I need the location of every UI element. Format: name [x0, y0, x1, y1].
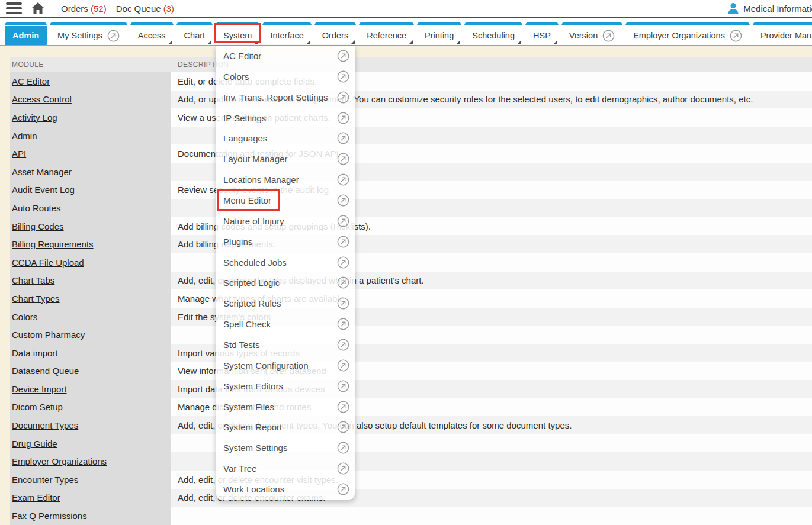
- module-cell: AC Editor: [10, 72, 171, 91]
- open-in-new-window-icon[interactable]: [337, 50, 349, 62]
- tab-system[interactable]: SystemAC EditorColorsInv. Trans. Report …: [216, 22, 259, 45]
- module-link-employer-organizations[interactable]: Employer Organizations: [12, 456, 107, 466]
- module-link-audit-event-log[interactable]: Audit Event Log: [12, 185, 75, 195]
- menu-item-var-tree[interactable]: Var Tree: [216, 458, 355, 479]
- module-link-exam-editor[interactable]: Exam Editor: [12, 492, 60, 503]
- module-link-chart-types[interactable]: Chart Types: [12, 294, 60, 304]
- external-link-icon[interactable]: [107, 30, 120, 42]
- module-link-access-control[interactable]: Access Control: [12, 94, 72, 104]
- tab-employer-organizations[interactable]: Employer Organizations: [625, 22, 750, 45]
- open-in-new-window-icon[interactable]: [337, 194, 349, 207]
- menu-item-colors[interactable]: Colors: [216, 66, 355, 87]
- tab-orders[interactable]: Orders: [314, 22, 356, 45]
- module-link-billing-requirements[interactable]: Billing Requirements: [12, 239, 94, 249]
- open-in-new-window-icon[interactable]: [337, 70, 349, 83]
- menu-item-ip-settings[interactable]: IP Settings: [216, 108, 355, 128]
- module-link-fax-q-permissions[interactable]: Fax Q Permissions: [12, 511, 87, 521]
- tab-reference[interactable]: Reference: [359, 22, 414, 45]
- orders-link[interactable]: Orders (52): [61, 4, 107, 14]
- open-in-new-window-icon[interactable]: [337, 215, 349, 227]
- system-dropdown-menu: AC EditorColorsInv. Trans. Report Settin…: [216, 46, 355, 500]
- tab-top-stripe: [50, 22, 127, 26]
- menu-item-spell-check[interactable]: Spell Check: [216, 314, 355, 334]
- open-in-new-window-icon[interactable]: [337, 401, 349, 413]
- module-cell: Auto Routes: [10, 199, 171, 217]
- open-in-new-window-icon[interactable]: [337, 339, 349, 351]
- open-in-new-window-icon[interactable]: [337, 483, 349, 495]
- menu-item-layout-manager[interactable]: Layout Manager: [216, 149, 355, 169]
- menu-item-scripted-rules[interactable]: Scripted Rules: [216, 293, 355, 314]
- user-menu[interactable]: Medical Informatic: [727, 0, 812, 17]
- home-button[interactable]: [31, 2, 45, 15]
- module-link-encounter-types[interactable]: Encounter Types: [12, 475, 78, 485]
- menu-item-std-tests[interactable]: Std Tests: [216, 334, 355, 355]
- open-in-new-window-icon[interactable]: [337, 173, 349, 186]
- open-in-new-window-icon[interactable]: [337, 153, 349, 165]
- hamburger-menu-icon[interactable]: [6, 2, 22, 14]
- open-in-new-window-icon[interactable]: [337, 380, 349, 392]
- tab-access[interactable]: Access: [130, 22, 174, 45]
- menu-item-system-editors[interactable]: System Editors: [216, 376, 355, 397]
- doc-queue-link[interactable]: Doc Queue (3): [116, 4, 174, 14]
- module-link-chart-tabs[interactable]: Chart Tabs: [12, 275, 54, 285]
- tab-my-settings[interactable]: My Settings: [50, 22, 127, 45]
- open-in-new-window-icon[interactable]: [337, 132, 349, 144]
- open-in-new-window-icon[interactable]: [337, 442, 349, 454]
- menu-item-scheduled-jobs[interactable]: Scheduled Jobs: [216, 252, 355, 273]
- module-link-activity-log[interactable]: Activity Log: [12, 112, 57, 123]
- tab-hsp[interactable]: HSP: [525, 22, 559, 45]
- menu-item-nature-of-injury[interactable]: Nature of Injury: [216, 211, 355, 231]
- module-link-device-import[interactable]: Device Import: [12, 384, 67, 394]
- open-in-new-window-icon[interactable]: [337, 236, 349, 248]
- module-cell: Audit Event Log: [10, 181, 171, 199]
- module-link-document-types[interactable]: Document Types: [12, 420, 78, 430]
- module-link-data-import[interactable]: Data import: [12, 348, 58, 358]
- module-link-drug-guide[interactable]: Drug Guide: [12, 439, 57, 449]
- menu-item-inv-trans-report-settings[interactable]: Inv. Trans. Report Settings: [216, 87, 355, 108]
- tab-interface[interactable]: Interface: [262, 22, 311, 45]
- tab-version[interactable]: Version: [561, 22, 622, 45]
- menu-item-plugins[interactable]: Plugins: [216, 231, 355, 252]
- module-link-admin[interactable]: Admin: [12, 131, 37, 141]
- menu-item-ac-editor[interactable]: AC Editor: [216, 46, 355, 66]
- table-body: AC EditorEdit, or delete auto-complete f…: [10, 72, 812, 525]
- module-link-asset-manager[interactable]: Asset Manager: [12, 167, 72, 177]
- menu-item-work-locations[interactable]: Work Locations: [216, 479, 355, 500]
- open-in-new-window-icon[interactable]: [337, 112, 349, 124]
- module-link-ac-editor[interactable]: AC Editor: [12, 76, 50, 86]
- module-link-colors[interactable]: Colors: [12, 312, 37, 322]
- open-in-new-window-icon[interactable]: [337, 276, 349, 289]
- tab-admin[interactable]: Admin: [5, 22, 47, 45]
- module-link-auto-routes[interactable]: Auto Routes: [12, 203, 61, 213]
- module-link-dicom-setup[interactable]: Dicom Setup: [12, 402, 63, 412]
- external-link-icon[interactable]: [730, 30, 742, 42]
- menu-item-menu-editor[interactable]: Menu Editor: [216, 190, 355, 211]
- menu-item-languages[interactable]: Languages: [216, 128, 355, 149]
- module-link-custom-pharmacy[interactable]: Custom Pharmacy: [12, 330, 85, 340]
- open-in-new-window-icon[interactable]: [337, 462, 349, 475]
- open-in-new-window-icon[interactable]: [337, 421, 349, 433]
- module-link-api[interactable]: API: [12, 149, 26, 159]
- tab-provider-management[interactable]: Provider Management: [753, 22, 812, 45]
- menu-item-system-files[interactable]: System Files: [216, 397, 355, 417]
- module-link-billing-codes[interactable]: Billing Codes: [12, 221, 64, 231]
- open-in-new-window-icon[interactable]: [337, 91, 349, 104]
- module-cell: Document Types: [10, 416, 171, 434]
- open-in-new-window-icon[interactable]: [337, 318, 349, 330]
- menu-item-locations-manager[interactable]: Locations Manager: [216, 169, 355, 190]
- external-link-icon[interactable]: [602, 30, 615, 42]
- open-in-new-window-icon[interactable]: [337, 359, 349, 372]
- tab-printing[interactable]: Printing: [417, 22, 461, 45]
- menu-item-system-report[interactable]: System Report: [216, 417, 355, 437]
- tab-scheduling[interactable]: Scheduling: [464, 22, 522, 45]
- open-in-new-window-icon[interactable]: [337, 256, 349, 269]
- menu-item-system-configuration[interactable]: System Configuration: [216, 355, 355, 376]
- module-link-ccda-file-upload[interactable]: CCDA File Upload: [12, 257, 84, 268]
- table-row: Auto Routes: [10, 199, 812, 217]
- open-in-new-window-icon[interactable]: [337, 297, 349, 310]
- tab-chart[interactable]: Chart: [176, 22, 213, 45]
- tab-label: Employer Organizations: [633, 31, 725, 40]
- menu-item-scripted-logic[interactable]: Scripted Logic: [216, 272, 355, 293]
- menu-item-system-settings[interactable]: System Settings: [216, 437, 355, 458]
- module-link-datasend-queue[interactable]: Datasend Queue: [12, 366, 79, 376]
